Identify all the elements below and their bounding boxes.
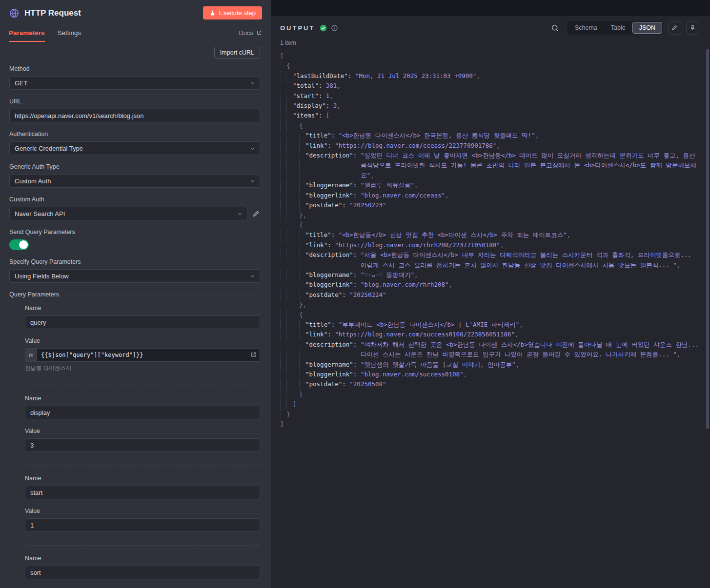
send-query-toggle[interactable]: [9, 239, 29, 250]
tab-settings[interactable]: Settings: [58, 23, 81, 42]
node-settings-panel: HTTP Request Execute step Parameters Set…: [0, 0, 271, 588]
param-name-label: Name: [25, 555, 260, 562]
json-line: "description": "여차저차 해서 선택한 곳은 <b>한남동 다이…: [280, 340, 700, 360]
json-line: "title": "<b>한남동 다이센스시</b> 한국본점, 용산 롬식당 …: [280, 131, 700, 140]
chevron-down-icon: [237, 211, 243, 217]
query-parameter-item: Name Value fx 한남동 다이센스시: [25, 305, 260, 372]
json-line: "total": 381,: [280, 81, 700, 91]
view-schema-button[interactable]: Schema: [568, 22, 604, 34]
query-parameter-item: Name Value: [25, 475, 260, 532]
authentication-field: Authentication Generic Credential Type: [9, 131, 260, 155]
json-line: "bloggerlink": "blog.naver.com/cceass",: [280, 191, 700, 200]
generic-auth-type-select[interactable]: Custom Auth: [9, 174, 260, 188]
json-line: "bloggerlink": "blog.naver.com/success01…: [280, 370, 700, 379]
specify-query-parameters-field: Specify Query Parameters Using Fields Be…: [9, 258, 260, 283]
node-parameters-form: Import cURL Method GET URL Authenticatio…: [0, 42, 271, 588]
divider: [65, 294, 260, 295]
chevron-down-icon: [249, 178, 256, 184]
json-line: "start": 1,: [280, 91, 700, 101]
param-name-input[interactable]: [25, 406, 260, 419]
execute-step-label: Execute step: [219, 9, 256, 17]
authentication-label: Authentication: [9, 131, 260, 137]
json-line: "bloggername": "♡·ᴗ·♡ 똥방대기",: [280, 270, 700, 280]
open-expression-editor-icon[interactable]: [250, 352, 257, 358]
json-line: "items": [: [280, 111, 700, 120]
fx-badge: fx: [25, 348, 37, 362]
url-field: URL: [9, 98, 260, 122]
external-link-icon: [256, 30, 262, 36]
url-label: URL: [9, 98, 260, 105]
json-line: },: [280, 211, 700, 220]
flask-icon: [209, 10, 216, 16]
success-check-icon: [320, 24, 327, 32]
divider: [25, 546, 260, 546]
param-value-expression-input[interactable]: [37, 348, 260, 362]
generic-auth-type-value: Custom Auth: [15, 177, 51, 185]
json-line: ]: [280, 419, 700, 429]
custom-auth-field: Custom Auth Naver Search API: [9, 196, 260, 220]
specify-query-parameters-value: Using Fields Below: [15, 273, 69, 280]
docs-link[interactable]: Docs: [239, 29, 262, 37]
specify-query-parameters-label: Specify Query Parameters: [9, 258, 260, 265]
param-name-label: Name: [25, 475, 260, 482]
custom-auth-credential-select[interactable]: Naver Search API: [9, 207, 247, 220]
param-name-input[interactable]: [25, 566, 260, 579]
send-query-parameters-label: Send Query Parameters: [9, 229, 260, 235]
param-name-input[interactable]: [25, 315, 260, 329]
query-parameter-item: Name: [25, 555, 260, 579]
method-value: GET: [15, 79, 28, 87]
method-label: Method: [9, 65, 260, 72]
json-line: }: [280, 390, 700, 399]
json-line: "description": "서울 <b>한남동 다이센스시</b> 내부 자…: [280, 250, 700, 270]
json-line: "title": "<b>한남동</b> 신상 맛집 추천 <b>다이센 스시<…: [280, 230, 700, 240]
edit-output-button[interactable]: [668, 21, 681, 35]
json-viewer: [{"lastBuildDate": "Mon, 21 Jul 2025 23:…: [271, 46, 710, 588]
tab-parameters[interactable]: Parameters: [9, 23, 45, 42]
divider: [25, 466, 260, 466]
expression-result-preview: 한남동 다이센스시: [25, 365, 260, 372]
send-query-parameters-field: Send Query Parameters: [9, 229, 260, 250]
pin-icon: [690, 24, 696, 31]
custom-auth-label: Custom Auth: [9, 196, 260, 203]
url-input[interactable]: [9, 109, 260, 122]
json-line: "bloggerlink": "blog.naver.com/rhrh208",: [280, 280, 700, 290]
authentication-select[interactable]: Generic Credential Type: [9, 141, 260, 155]
chevron-down-icon: [249, 80, 256, 86]
param-name-input[interactable]: [25, 486, 260, 499]
json-line: "postdate": "20250224": [280, 290, 700, 300]
docs-label: Docs: [239, 29, 253, 37]
expression-editor: fx: [25, 348, 260, 362]
items-count: 1 item: [271, 37, 710, 46]
output-title: OUTPUT: [280, 24, 315, 32]
specify-query-parameters-select[interactable]: Using Fields Below: [9, 269, 260, 283]
view-table-button[interactable]: Table: [604, 22, 632, 34]
param-value-label: Value: [25, 428, 260, 434]
pin-data-button[interactable]: [686, 21, 699, 35]
json-line: "lastBuildDate": "Mon, 21 Jul 2025 23:31…: [280, 71, 700, 81]
json-line: "link": "https://blog.naver.com/success0…: [280, 330, 700, 339]
method-select[interactable]: GET: [9, 76, 260, 90]
pencil-icon[interactable]: [252, 210, 260, 217]
search-icon[interactable]: [551, 24, 559, 32]
param-value-input[interactable]: [25, 438, 260, 452]
info-icon: [331, 24, 338, 32]
json-line: "link": "https://blog.naver.com/cceass/2…: [280, 141, 700, 151]
canvas-top-strip: [271, 0, 710, 16]
query-parameters-list: Name Value fx 한남동 다이센스시 Name Value: [25, 305, 260, 579]
import-curl-button[interactable]: Import cURL: [214, 47, 260, 59]
output-view-switcher: Schema Table JSON: [567, 21, 663, 35]
pencil-icon: [671, 24, 678, 31]
json-line: },: [280, 300, 700, 310]
json-line: "postdate": "20250223": [280, 200, 700, 210]
param-value-input[interactable]: [25, 518, 260, 532]
execute-step-button[interactable]: Execute step: [203, 6, 262, 20]
view-json-button[interactable]: JSON: [632, 22, 662, 34]
scrollbar-thumb[interactable]: [706, 49, 709, 429]
json-line: "description": "싶었던 디너 코스 이제 날 좋아지면 <b>한…: [280, 151, 700, 180]
json-line: "link": "https://blog.naver.com/rhrh208/…: [280, 240, 700, 250]
param-name-label: Name: [25, 305, 260, 312]
json-line: {: [280, 121, 700, 131]
json-line: "postdate": "20250508": [280, 379, 700, 389]
node-header: HTTP Request Execute step: [0, 0, 271, 23]
query-parameter-item: Name Value: [25, 395, 260, 452]
